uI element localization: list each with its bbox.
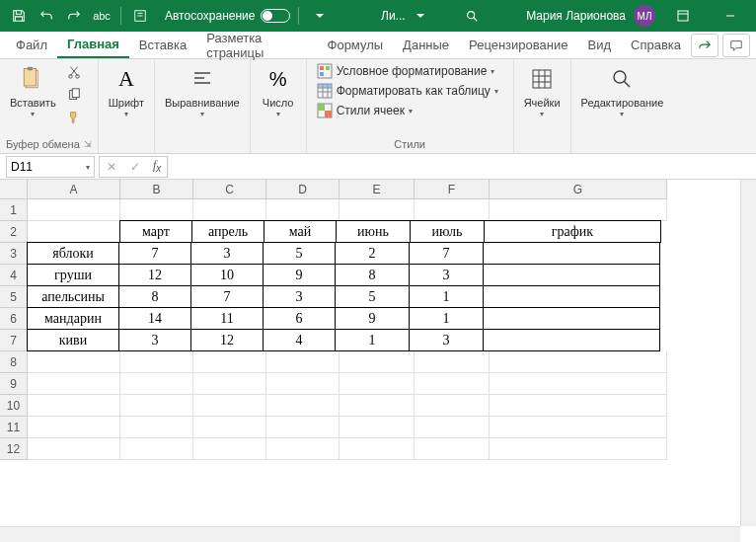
toggle-off-icon[interactable] [261, 9, 290, 23]
cell[interactable] [193, 417, 266, 438]
cell[interactable] [193, 373, 266, 395]
mode-icon[interactable] [127, 3, 153, 29]
avatar[interactable]: МЛ [634, 5, 655, 27]
cell[interactable]: киви [27, 329, 119, 351]
minimize-icon[interactable] [711, 0, 750, 32]
cell[interactable]: график [484, 220, 661, 243]
cell[interactable] [340, 417, 415, 438]
cell[interactable] [28, 221, 120, 243]
alignment-button[interactable]: Выравнивание ▾ [161, 61, 244, 120]
cell[interactable] [490, 351, 667, 373]
cell[interactable] [340, 438, 415, 460]
cell[interactable] [415, 438, 490, 460]
save-icon[interactable] [6, 3, 32, 29]
cell[interactable] [193, 438, 266, 460]
cell[interactable] [483, 285, 660, 308]
cell[interactable]: 7 [190, 285, 264, 308]
cell[interactable]: 8 [335, 264, 410, 286]
cell[interactable] [490, 438, 667, 460]
cell[interactable] [120, 417, 193, 438]
tab-formulas[interactable]: Формулы [318, 32, 394, 58]
formula-input[interactable] [168, 156, 756, 178]
cell[interactable] [120, 199, 193, 221]
cell[interactable]: 1 [409, 307, 484, 330]
cell-styles-button[interactable]: Стили ячеек▾ [313, 101, 507, 120]
format-painter-icon[interactable] [62, 107, 86, 128]
undo-icon[interactable] [34, 3, 59, 29]
cell[interactable] [28, 417, 120, 438]
fx-icon[interactable]: fx [147, 158, 167, 174]
cell[interactable] [266, 438, 340, 460]
cell[interactable]: 11 [190, 307, 264, 330]
autosave-toggle[interactable]: Автосохранение [165, 9, 290, 23]
row-header[interactable]: 4 [0, 265, 28, 286]
cell[interactable]: 9 [263, 264, 336, 286]
cell[interactable]: 7 [118, 242, 191, 265]
column-header[interactable]: C [193, 180, 266, 199]
row-header[interactable]: 2 [0, 221, 28, 243]
font-button[interactable]: A Шрифт ▾ [105, 61, 148, 120]
cell[interactable]: 7 [409, 242, 484, 265]
cell[interactable]: 2 [335, 242, 410, 265]
cell[interactable] [490, 417, 667, 438]
cell[interactable]: 4 [263, 329, 336, 351]
cell[interactable] [120, 395, 193, 417]
cell[interactable] [340, 351, 415, 373]
vertical-scrollbar[interactable] [740, 180, 756, 526]
column-header[interactable]: A [28, 180, 120, 199]
tab-review[interactable]: Рецензирование [459, 32, 577, 58]
cell[interactable]: 6 [263, 307, 336, 330]
cell[interactable]: 14 [118, 307, 191, 330]
cell[interactable] [415, 199, 490, 221]
cell[interactable] [483, 329, 660, 351]
tab-help[interactable]: Справка [621, 32, 691, 58]
cell[interactable] [415, 373, 490, 395]
cell[interactable] [28, 373, 120, 395]
tab-data[interactable]: Данные [393, 32, 459, 58]
cell[interactable]: 10 [190, 264, 264, 286]
cell[interactable] [340, 199, 415, 221]
cell[interactable] [28, 199, 120, 221]
row-header[interactable]: 12 [0, 438, 28, 460]
row-header[interactable]: 8 [0, 351, 28, 373]
row-header[interactable]: 6 [0, 308, 28, 330]
cut-icon[interactable] [62, 61, 86, 83]
cell[interactable]: 9 [335, 307, 410, 330]
cell[interactable] [120, 373, 193, 395]
tab-insert[interactable]: Вставка [129, 32, 196, 58]
row-header[interactable]: 9 [0, 373, 28, 395]
cell[interactable] [193, 351, 266, 373]
chevron-down-icon[interactable] [416, 11, 425, 21]
format-as-table-button[interactable]: Форматировать как таблицу▾ [313, 81, 507, 101]
cell[interactable]: 5 [263, 242, 336, 265]
column-header[interactable]: G [490, 180, 667, 199]
paste-button[interactable]: Вставить ▾ [6, 61, 60, 120]
cell[interactable] [483, 307, 660, 330]
cell[interactable]: 1 [335, 329, 410, 351]
row-header[interactable]: 5 [0, 286, 28, 308]
cell[interactable] [266, 417, 340, 438]
cell[interactable] [483, 264, 660, 286]
row-header[interactable]: 3 [0, 243, 28, 265]
chevron-down-icon[interactable] [307, 3, 333, 29]
cell[interactable] [266, 373, 340, 395]
search-icon[interactable] [465, 9, 479, 23]
select-all-corner[interactable] [0, 180, 28, 199]
tab-view[interactable]: Вид [577, 32, 621, 58]
cell[interactable]: груши [27, 264, 119, 286]
cell[interactable] [266, 351, 340, 373]
cell[interactable]: июнь [336, 220, 411, 243]
cancel-icon[interactable]: ✕ [100, 157, 123, 177]
enter-icon[interactable]: ✓ [123, 157, 147, 177]
cell[interactable]: 8 [118, 285, 191, 308]
chevron-down-icon[interactable]: ▾ [86, 163, 90, 172]
cell[interactable]: апрель [191, 220, 265, 243]
cell[interactable] [120, 351, 193, 373]
cell[interactable] [340, 395, 415, 417]
cell[interactable]: 3 [190, 242, 264, 265]
copy-icon[interactable] [62, 84, 86, 106]
row-header[interactable]: 7 [0, 330, 28, 351]
cell[interactable] [266, 395, 340, 417]
horizontal-scrollbar[interactable] [0, 526, 740, 542]
launcher-icon[interactable]: ⇲ [84, 139, 92, 149]
